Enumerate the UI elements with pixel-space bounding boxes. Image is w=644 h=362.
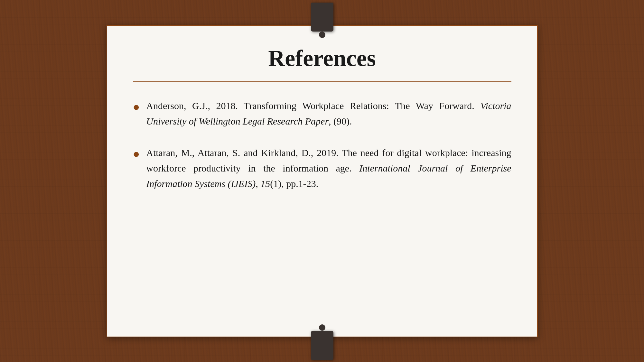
clip-bottom bbox=[311, 331, 333, 360]
slide-wrapper: References ● Anderson, G.J., 2018. Trans… bbox=[103, 22, 541, 340]
reference-text-1: Anderson, G.J., 2018. Transforming Workp… bbox=[146, 98, 511, 129]
ref-italic-1: Victoria University of Wellington Legal … bbox=[146, 100, 511, 126]
list-item: ● Attaran, M., Attaran, S. and Kirkland,… bbox=[133, 145, 511, 191]
clip-top bbox=[311, 3, 333, 32]
list-item: ● Anderson, G.J., 2018. Transforming Wor… bbox=[133, 98, 511, 129]
references-list: ● Anderson, G.J., 2018. Transforming Wor… bbox=[133, 98, 511, 191]
divider bbox=[133, 81, 511, 82]
bullet-icon: ● bbox=[133, 146, 140, 162]
ref-italic-2: International Journal of Enterprise Info… bbox=[146, 163, 511, 189]
ref-italic-3: 15 bbox=[260, 178, 270, 189]
bullet-icon: ● bbox=[133, 99, 140, 115]
slide: References ● Anderson, G.J., 2018. Trans… bbox=[107, 25, 538, 337]
slide-title: References bbox=[133, 45, 511, 72]
reference-text-2: Attaran, M., Attaran, S. and Kirkland, D… bbox=[146, 145, 511, 191]
